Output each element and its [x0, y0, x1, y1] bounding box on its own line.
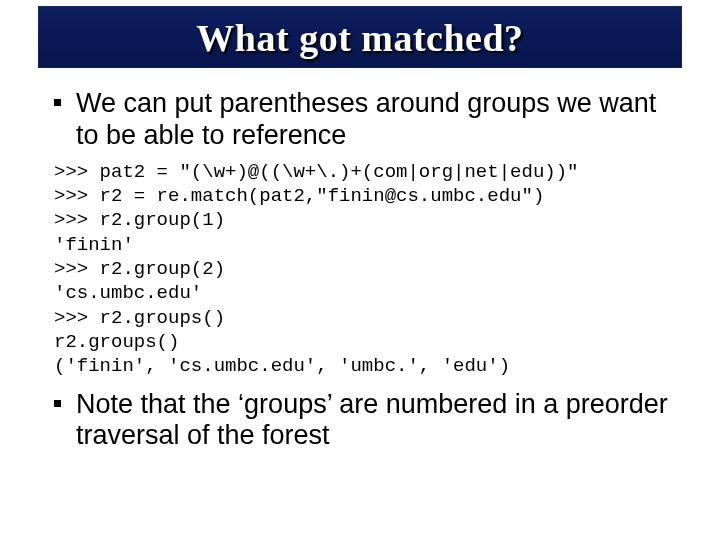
code-line: ('finin', 'cs.umbc.edu', 'umbc.', 'edu') — [54, 355, 510, 377]
bullet-list: We can put parentheses around groups we … — [54, 88, 674, 152]
bullet-dot-icon — [54, 99, 61, 106]
bullet-item: We can put parentheses around groups we … — [54, 88, 674, 152]
bullet-item: Note that the ‘groups’ are numbered in a… — [54, 389, 674, 453]
code-block: >>> pat2 = "(\w+)@((\w+\.)+(com|org|net|… — [54, 160, 674, 379]
slide-title: What got matched? — [38, 16, 682, 60]
code-line: >>> r2.group(1) — [54, 209, 225, 231]
bullet-text: We can put parentheses around groups we … — [76, 88, 656, 150]
slide-body: We can put parentheses around groups we … — [54, 88, 674, 460]
bullet-text: Note that the ‘groups’ are numbered in a… — [76, 389, 668, 451]
code-line: 'finin' — [54, 234, 134, 256]
title-band: What got matched? — [38, 6, 682, 68]
code-line: >>> r2 = re.match(pat2,"finin@cs.umbc.ed… — [54, 185, 544, 207]
code-line: >>> r2.groups() — [54, 307, 225, 329]
code-line: 'cs.umbc.edu' — [54, 282, 202, 304]
code-line: >>> pat2 = "(\w+)@((\w+\.)+(com|org|net|… — [54, 161, 579, 183]
bullet-dot-icon — [54, 400, 61, 407]
code-line: r2.groups() — [54, 331, 179, 353]
code-line: >>> r2.group(2) — [54, 258, 225, 280]
slide: What got matched? We can put parentheses… — [0, 0, 720, 540]
bullet-list: Note that the ‘groups’ are numbered in a… — [54, 389, 674, 453]
